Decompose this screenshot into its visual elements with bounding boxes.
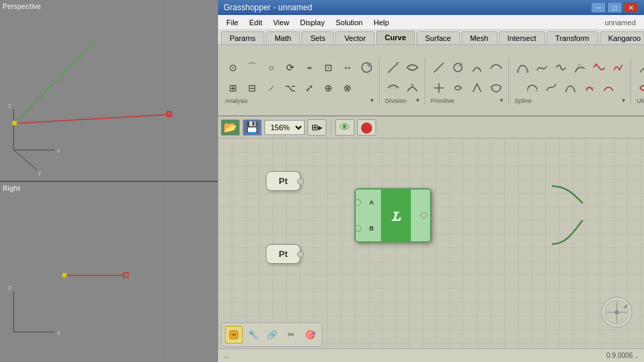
icon-sp9[interactable] — [561, 78, 580, 97]
icon-util5[interactable] — [635, 78, 644, 97]
primitive-expand[interactable]: ▼ — [499, 97, 504, 104]
icon-length[interactable]: ↔ — [338, 58, 357, 77]
icon-atan[interactable]: ⌥ — [281, 78, 300, 97]
menu-edit[interactable]: Edit — [244, 17, 268, 28]
icon-extra2[interactable] — [357, 78, 376, 97]
icon-sp10[interactable] — [580, 78, 599, 97]
menu-view[interactable]: View — [268, 17, 295, 28]
preview-toggle[interactable]: 👁 — [335, 119, 354, 136]
tab-sets[interactable]: Sets — [301, 31, 334, 44]
tab-params[interactable]: Params — [221, 31, 264, 44]
tab-vector[interactable]: Vector — [335, 31, 374, 44]
icon-prim8[interactable] — [487, 78, 506, 97]
analysis-expand[interactable]: ▼ — [369, 97, 375, 104]
pt2-label: Pt — [279, 249, 288, 259]
canvas-area[interactable]: Pt Pt A B ʟ L — [218, 138, 644, 348]
icon-div2[interactable] — [403, 58, 422, 77]
save-button[interactable]: 💾 — [243, 119, 262, 136]
icon-div4[interactable] — [403, 78, 422, 97]
pt2-output-port[interactable] — [297, 251, 304, 258]
icon-prim7[interactable] — [467, 78, 487, 97]
icon-cp[interactable]: ⊙ — [224, 58, 243, 77]
icon-sp11[interactable] — [599, 78, 618, 97]
menu-help[interactable]: Help — [368, 17, 395, 28]
menu-display[interactable]: Display — [294, 17, 330, 28]
ln-port-b[interactable]: B — [360, 224, 377, 233]
right-viewport[interactable]: Right x z — [0, 182, 218, 363]
spline-label: Spline ▼ — [513, 97, 628, 104]
icon-sp5[interactable] — [589, 58, 609, 77]
icon-prim1[interactable] — [429, 58, 448, 77]
icon-perp[interactable] — [357, 58, 376, 77]
icon-cpoint[interactable]: ⊟ — [243, 78, 262, 97]
icon-row-1: ⊙ ⌒ ○ ⟳ ⌁ ⊡ ↔ ⊞ ⊟ ⟋ ⌥ ⤢ ⊕ ⊗ Analysis — [218, 45, 644, 115]
icon-pl2[interactable]: ⊗ — [338, 78, 357, 97]
tab-intersect[interactable]: Intersect — [499, 31, 545, 44]
primitive-label: Primitive ▼ — [429, 97, 506, 104]
record-button[interactable]: ⬤ — [357, 119, 376, 136]
icon-cross[interactable]: ⤢ — [300, 78, 319, 97]
icon-prim6[interactable] — [448, 78, 467, 97]
icon-curve-param[interactable]: ⌁ — [300, 58, 319, 77]
menu-solution[interactable]: Solution — [330, 17, 368, 28]
spline-expand[interactable]: ▼ — [621, 97, 626, 104]
ln-node[interactable]: A B ʟ L — [354, 188, 431, 243]
icon-prim5[interactable] — [429, 78, 448, 97]
icon-eval[interactable]: ⊡ — [319, 58, 338, 77]
icon-orient[interactable]: ⟳ — [281, 58, 300, 77]
icon-sp4[interactable] — [570, 58, 589, 77]
icon-circle[interactable]: ○ — [262, 58, 281, 77]
tab-kangaroo[interactable]: Kangaroo — [600, 31, 645, 44]
tab-surface[interactable]: Surface — [416, 31, 460, 44]
ln-output-port[interactable]: L — [411, 190, 431, 241]
mini-target[interactable]: 🎯 — [301, 326, 319, 344]
tab-transform[interactable]: Transform — [547, 31, 598, 44]
ln-port-a-dot[interactable] — [354, 199, 361, 206]
ln-icon: ʟ — [391, 206, 400, 225]
nav-ball[interactable] — [600, 295, 634, 329]
mini-icon-orange[interactable] — [225, 326, 243, 344]
icon-bbox[interactable]: ⊞ — [224, 78, 243, 97]
menubar: File Edit View Display Solution Help unn… — [218, 15, 644, 30]
icon-sp6[interactable] — [609, 58, 628, 77]
zoom-extents-button[interactable]: ⊞▸ — [307, 119, 326, 136]
ln-port-b-dot[interactable] — [354, 225, 361, 232]
division-expand[interactable]: ▼ — [415, 97, 420, 104]
primitive-group: Primitive ▼ — [427, 58, 509, 104]
zoom-select[interactable]: 156% 100% 200% — [264, 120, 305, 135]
icon-prim4[interactable] — [487, 58, 506, 77]
icon-util1[interactable] — [635, 58, 644, 77]
icon-extr[interactable]: ⊕ — [319, 78, 338, 97]
icon-sp7[interactable] — [523, 78, 542, 97]
icon-prim3[interactable] — [467, 58, 487, 77]
open-button[interactable]: 📂 — [221, 119, 240, 136]
icon-div3[interactable] — [384, 78, 403, 97]
menu-file[interactable]: File — [221, 17, 244, 28]
icon-sp8[interactable] — [542, 78, 561, 97]
icon-sp1[interactable] — [513, 58, 532, 77]
tab-math[interactable]: Math — [266, 31, 300, 44]
tab-curve[interactable]: Curve — [376, 31, 415, 44]
icon-prim2[interactable] — [448, 58, 467, 77]
ln-output-dot[interactable] — [420, 212, 427, 219]
icon-sp3[interactable] — [551, 58, 570, 77]
tab-mesh[interactable]: Mesh — [461, 31, 497, 44]
svg-point-23 — [367, 63, 371, 67]
close-button[interactable]: ✕ — [624, 2, 639, 13]
icon-tangent[interactable]: ⟋ — [262, 78, 281, 97]
mini-wrench[interactable]: 🔧 — [244, 326, 262, 344]
pt1-output-port[interactable] — [297, 178, 304, 185]
tabbar: Params Math Sets Vector Curve Surface Me… — [218, 30, 644, 45]
ln-port-a[interactable]: A — [360, 198, 377, 207]
maximize-button[interactable]: □ — [607, 2, 622, 13]
mini-scissors[interactable]: ✂ — [282, 326, 300, 344]
pt1-node[interactable]: Pt — [266, 171, 301, 191]
analysis-group: ⊙ ⌒ ○ ⟳ ⌁ ⊡ ↔ ⊞ ⊟ ⟋ ⌥ ⤢ ⊕ ⊗ Analysis — [221, 58, 380, 104]
pt2-node[interactable]: Pt — [266, 244, 301, 264]
icon-sp2[interactable] — [532, 58, 551, 77]
minimize-button[interactable]: ─ — [591, 2, 606, 13]
icon-curve-closest[interactable]: ⌒ — [243, 58, 262, 77]
mini-magnet[interactable]: 🔗 — [263, 326, 281, 344]
perspective-viewport[interactable]: Perspective x y z — [0, 0, 218, 182]
icon-div1[interactable] — [384, 58, 403, 77]
